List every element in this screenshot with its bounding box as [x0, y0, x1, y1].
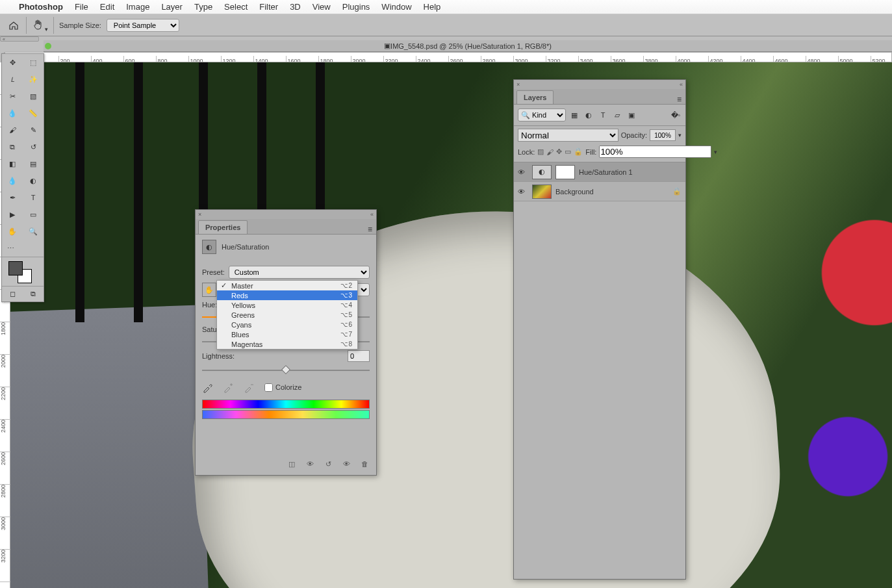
menu-view[interactable]: View: [307, 2, 337, 12]
shape-tool[interactable]: ▭: [23, 206, 44, 223]
blend-mode-select[interactable]: Normal: [518, 129, 618, 142]
visibility-icon[interactable]: 👁: [518, 188, 528, 196]
menu-help[interactable]: Help: [418, 2, 447, 12]
filter-adjust-icon[interactable]: ◐: [583, 109, 594, 121]
pencil-tool[interactable]: ✎: [23, 121, 44, 138]
layer-name[interactable]: Hue/Saturation 1: [579, 168, 633, 176]
screen-mode-icon[interactable]: ⧉: [31, 290, 36, 298]
dropdown-option-cyans[interactable]: Cyans⌥6: [217, 320, 357, 329]
type-tool[interactable]: T: [23, 189, 44, 206]
ruler-tool[interactable]: 📏: [23, 105, 44, 121]
marquee-tool[interactable]: ⬚: [23, 54, 44, 71]
menu-plugins[interactable]: Plugins: [337, 2, 376, 12]
app-name[interactable]: Photoshop: [13, 2, 69, 12]
menu-file[interactable]: File: [69, 2, 94, 12]
dropdown-option-blues[interactable]: Blues⌥7: [217, 329, 357, 339]
dropdown-option-reds[interactable]: Reds⌥3: [217, 290, 357, 300]
panel-collapse-handle[interactable]: «: [0, 36, 39, 42]
filter-kind-select[interactable]: 🔍 Kind: [518, 109, 566, 121]
layer-name[interactable]: Background: [555, 188, 594, 196]
opacity-value[interactable]: [650, 129, 676, 141]
more-tools[interactable]: ⋯: [2, 240, 44, 257]
lock-transparency-icon[interactable]: ▨: [537, 147, 544, 157]
collapse-icon[interactable]: «: [680, 81, 683, 88]
menu-type[interactable]: Type: [188, 2, 218, 12]
crop-tool[interactable]: ✂: [2, 88, 23, 105]
dodge-tool[interactable]: ◐: [23, 172, 44, 189]
dropdown-option-master[interactable]: ✓Master⌥2: [217, 281, 357, 290]
properties-tab[interactable]: Properties: [198, 220, 248, 234]
filter-shape-icon[interactable]: ▱: [611, 109, 623, 121]
filter-pixel-icon[interactable]: ▦: [568, 109, 580, 121]
filter-smart-icon[interactable]: ▣: [626, 109, 637, 121]
pen-tool[interactable]: ✒: [2, 189, 23, 206]
eyedropper-plus-icon[interactable]: [223, 381, 235, 393]
eyedropper-minus-icon[interactable]: [244, 381, 255, 393]
view-previous-icon[interactable]: 👁: [303, 458, 316, 470]
layer-mask-thumbnail[interactable]: [555, 165, 575, 179]
horizontal-ruler[interactable]: 2004006008001000120014001600180020002200…: [4, 52, 892, 62]
delete-icon[interactable]: 🗑: [358, 458, 371, 470]
panel-menu-icon[interactable]: ≡: [364, 225, 376, 234]
menu-3d[interactable]: 3D: [284, 2, 307, 12]
layer-row[interactable]: 👁 Background 🔒: [514, 182, 685, 201]
window-maximize-dot[interactable]: [45, 43, 51, 49]
dropdown-option-greens[interactable]: Greens⌥5: [217, 310, 357, 320]
layer-thumbnail[interactable]: ◐: [532, 165, 552, 179]
history-brush-tool[interactable]: ↺: [23, 138, 44, 155]
filter-type-icon[interactable]: T: [597, 109, 609, 121]
close-icon[interactable]: ×: [516, 81, 520, 88]
home-button[interactable]: [6, 18, 21, 32]
lock-position-icon[interactable]: ✥: [556, 147, 562, 157]
targeted-adjust-icon[interactable]: ✋: [202, 283, 216, 297]
lock-artboard-icon[interactable]: ▭: [565, 147, 571, 157]
hue-spectrum-result[interactable]: [202, 410, 370, 419]
quick-mask-icon[interactable]: ◻: [10, 290, 16, 298]
collapse-icon[interactable]: «: [370, 211, 374, 218]
lasso-tool[interactable]: 𝘓: [2, 71, 23, 88]
lock-all-icon[interactable]: 🔒: [574, 147, 583, 157]
menu-window[interactable]: Window: [376, 2, 417, 12]
menu-image[interactable]: Image: [120, 2, 155, 12]
gradient-tool[interactable]: ▤: [23, 155, 44, 172]
zoom-tool[interactable]: 🔍: [23, 223, 44, 240]
hand-tool-icon[interactable]: ▾: [32, 18, 48, 32]
color-swatches[interactable]: [2, 257, 44, 286]
close-icon[interactable]: ×: [198, 211, 201, 218]
blur-tool[interactable]: 💧: [2, 172, 23, 189]
clone-stamp-tool[interactable]: ⧉: [2, 138, 23, 155]
toggle-visibility-icon[interactable]: 👁: [340, 458, 353, 470]
eyedropper-tool[interactable]: 💧: [2, 105, 23, 121]
lightness-value[interactable]: [348, 350, 370, 362]
layer-row[interactable]: 👁 ◐ Hue/Saturation 1: [514, 162, 685, 182]
hue-spectrum-source[interactable]: [202, 400, 370, 409]
eyedropper-icon[interactable]: [202, 381, 214, 393]
visibility-icon[interactable]: 👁: [518, 168, 528, 176]
menu-edit[interactable]: Edit: [94, 2, 120, 12]
magic-wand-tool[interactable]: ✨: [23, 71, 44, 88]
layer-thumbnail[interactable]: [532, 185, 552, 199]
sample-size-select[interactable]: Point Sample: [107, 19, 179, 32]
filter-toggle-icon[interactable]: �◦: [670, 109, 682, 121]
slice-tool[interactable]: ▧: [23, 88, 44, 105]
lightness-slider[interactable]: [202, 366, 370, 375]
fill-value[interactable]: [599, 146, 711, 158]
foreground-color[interactable]: [8, 261, 23, 275]
brush-tool[interactable]: 🖌: [2, 121, 23, 138]
hand-tool[interactable]: ✋: [2, 223, 23, 240]
menu-layer[interactable]: Layer: [155, 2, 188, 12]
lock-paint-icon[interactable]: 🖌: [546, 147, 554, 157]
eraser-tool[interactable]: ◧: [2, 155, 23, 172]
path-select-tool[interactable]: ▶: [2, 206, 23, 223]
dropdown-option-magentas[interactable]: Magentas⌥8: [217, 339, 357, 349]
preset-select[interactable]: Custom: [229, 266, 370, 279]
menu-filter[interactable]: Filter: [253, 2, 284, 12]
reset-icon[interactable]: ↺: [322, 458, 335, 470]
panel-menu-icon[interactable]: ≡: [673, 95, 685, 104]
move-tool[interactable]: ✥: [2, 54, 23, 71]
clip-to-layer-icon[interactable]: ◫: [285, 458, 298, 470]
menu-select[interactable]: Select: [218, 2, 253, 12]
canvas[interactable]: [10, 62, 892, 588]
layers-tab[interactable]: Layers: [516, 90, 554, 104]
dropdown-option-yellows[interactable]: Yellows⌥4: [217, 300, 357, 310]
